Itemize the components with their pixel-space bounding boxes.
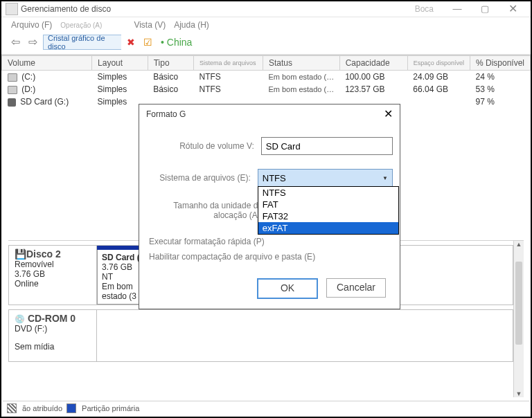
label-volume: Rótulo de volume V: <box>146 141 261 151</box>
table-row[interactable]: (D:)SimplesBásicoNTFSEm bom estado (…123… <box>2 83 531 96</box>
menu-file[interactable]: Arquivo (F) <box>11 20 52 30</box>
col-capacity[interactable]: Capacidade <box>339 56 407 71</box>
extra-caption: Boca <box>415 4 434 14</box>
delete-icon[interactable]: ✖ <box>124 37 138 48</box>
disk-icon: 💾 <box>15 248 26 260</box>
dialog-close-button[interactable]: ✕ <box>384 107 393 120</box>
table-row[interactable]: (C:)SimplesBásicoNTFSEm bom estado (…100… <box>2 71 531 84</box>
sd-card-icon <box>8 98 16 107</box>
ok-button[interactable]: OK <box>257 278 318 299</box>
swatch-primary <box>66 403 76 413</box>
label-allocation: Tamanho da unidade de alocação (A): <box>146 201 269 220</box>
checkbox-quick-format[interactable]: Executar formatação rápida (P) <box>146 234 393 249</box>
menu-help[interactable]: Ajuda (H) <box>174 20 209 30</box>
menu-view[interactable]: Vista (V) <box>134 20 166 30</box>
back-button[interactable]: ⇦ <box>8 34 23 50</box>
col-pct[interactable]: % Disponível <box>470 56 530 71</box>
drive-icon <box>8 86 17 94</box>
volume-label-input[interactable] <box>261 137 393 155</box>
window-title: Gerenciamento de disco <box>21 4 111 14</box>
col-type[interactable]: Tipo <box>148 56 193 71</box>
volumes-table: Volume Layout Tipo Sistema de arquivos S… <box>1 55 531 108</box>
minimize-button[interactable]: — <box>443 1 471 17</box>
col-layout[interactable]: Layout <box>92 56 148 71</box>
disk-row-cdrom[interactable]: 💿 CD-ROM 0 DVD (F:) Sem mídia <box>8 309 513 362</box>
forward-button[interactable]: ⇨ <box>26 34 40 50</box>
col-free[interactable]: Espaço disponível <box>407 56 470 71</box>
filesystem-select[interactable]: NTFS ▼ NTFSFATFAT32exFAT <box>258 169 393 187</box>
legend-unallocated: ão atribuído <box>22 404 62 412</box>
filesystem-dropdown: NTFSFATFAT32exFAT <box>258 186 399 235</box>
app-icon <box>6 3 18 15</box>
col-fs[interactable]: Sistema de arquivos <box>193 56 263 71</box>
disk-info: 💾Disco 2 Removível 3.76 GB Online <box>9 246 97 305</box>
close-button[interactable]: ✕ <box>499 1 526 17</box>
filesystem-option[interactable]: exFAT <box>258 222 398 234</box>
col-volume[interactable]: Volume <box>2 56 92 71</box>
filesystem-option[interactable]: FAT32 <box>258 210 398 222</box>
swatch-unallocated <box>7 403 17 413</box>
label-filesystem: Sistema de arquivos (E): <box>146 173 258 183</box>
col-status[interactable]: Status <box>263 56 339 71</box>
menubar: Arquivo (F) Operação (A) Vista (V) Ajuda… <box>1 17 531 33</box>
filesystem-option[interactable]: FAT <box>258 199 398 210</box>
filesystem-option[interactable]: NTFS <box>258 187 398 199</box>
menu-operation[interactable]: Operação (A) <box>60 21 102 29</box>
filesystem-selected: NTFS <box>263 173 286 183</box>
dialog-title: Formato G <box>146 109 186 119</box>
maximize-button[interactable]: ▢ <box>471 1 499 17</box>
scrollbar[interactable]: ▲ ▼ <box>513 241 524 397</box>
toolbar: ⇦ ⇨ Cristal gráfico de disco ✖ ☑ • China <box>1 33 531 55</box>
scroll-up-icon[interactable]: ▲ <box>514 241 524 248</box>
legend-primary: Partição primária <box>82 404 139 412</box>
china-label: • China <box>158 37 195 48</box>
statusbar: ão atribuído Partição primária <box>3 401 529 415</box>
scroll-down-icon[interactable]: ▼ <box>514 390 524 397</box>
checkbox-compression[interactable]: Habilitar compactação de arquivo e pasta… <box>146 249 393 264</box>
titlebar: Gerenciamento de disco Boca — ▢ ✕ <box>1 1 531 17</box>
chevron-down-icon: ▼ <box>382 175 388 181</box>
drive-icon <box>8 73 17 82</box>
breadcrumb[interactable]: Cristal gráfico de disco <box>43 35 121 50</box>
cancel-button[interactable]: Cancelar <box>326 278 386 298</box>
format-dialog: Formato G ✕ Rótulo de volume V: Sistema … <box>139 104 400 309</box>
scroll-thumb[interactable] <box>515 262 522 345</box>
disc-icon: 💿 <box>15 314 25 324</box>
check-icon[interactable]: ☑ <box>141 37 155 48</box>
cdrom-info: 💿 CD-ROM 0 DVD (F:) Sem mídia <box>9 310 97 361</box>
